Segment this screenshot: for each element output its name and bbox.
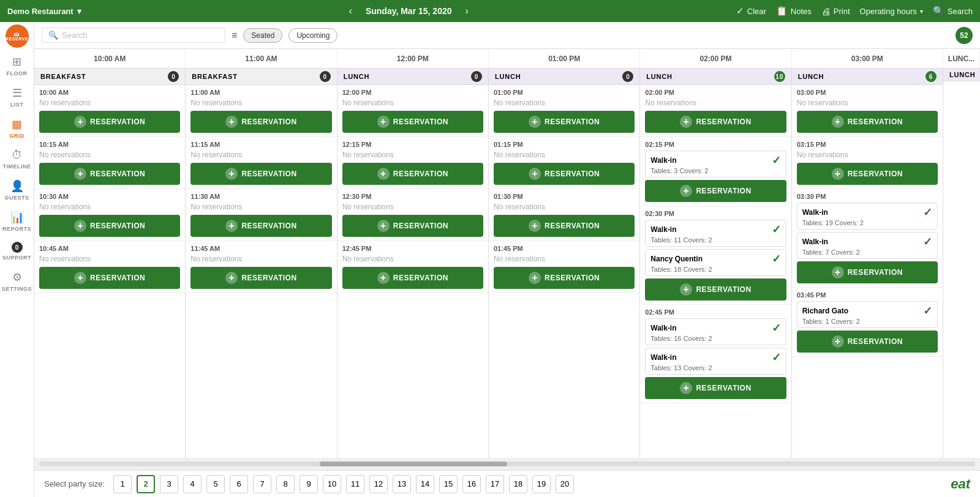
party-size-8-button[interactable]: 8 (276, 475, 295, 493)
add-reservation-button[interactable]: +RESERVATION (342, 267, 483, 289)
support-badge: 0 (12, 242, 23, 253)
time-slot-2-3: 12:45 PMNo reservations+RESERVATION (337, 241, 488, 293)
sidebar-item-reports[interactable]: 📊 REPORTS (0, 206, 34, 237)
party-size-10-button[interactable]: 10 (323, 475, 341, 493)
settings-icon: ⚙ (12, 271, 22, 284)
no-reservations-label: No reservations (39, 255, 180, 263)
add-reservation-button[interactable]: +RESERVATION (645, 377, 786, 399)
section-header-5: LUNCH6 (792, 69, 943, 85)
grid-column-5: LUNCH603:00 PMNo reservations+RESERVATIO… (792, 69, 943, 458)
party-size-6-button[interactable]: 6 (230, 475, 248, 493)
add-reservation-button[interactable]: +RESERVATION (797, 111, 938, 133)
sidebar-item-settings[interactable]: ⚙ SETTINGS (0, 266, 34, 297)
reservation-card[interactable]: Walk-in✓Tables: 16 Covers: 2 (645, 318, 786, 345)
add-reservation-button[interactable]: +RESERVATION (342, 163, 483, 185)
party-size-13-button[interactable]: 13 (393, 475, 411, 493)
party-size-16-button[interactable]: 16 (462, 475, 481, 493)
reservation-btn-label: RESERVATION (848, 170, 903, 178)
add-reservation-button[interactable]: +RESERVATION (797, 163, 938, 185)
add-reservation-button[interactable]: +RESERVATION (39, 215, 180, 237)
sidebar-item-support[interactable]: 0 SUPPORT (0, 237, 34, 266)
add-reservation-button[interactable]: +RESERVATION (190, 111, 331, 133)
time-slot-0-2: 10:30 AMNo reservations+RESERVATION (34, 189, 185, 241)
reservation-details: Tables: 1 Covers: 2 (802, 318, 932, 325)
time-label: 03:15 PM (797, 141, 938, 148)
party-size-20-button[interactable]: 20 (556, 475, 574, 493)
party-size-2-button[interactable]: 2 (137, 475, 155, 493)
print-button[interactable]: 🖨 Print (821, 6, 850, 17)
next-date-button[interactable]: › (462, 4, 472, 18)
sidebar-item-floor[interactable]: ⊞ FLOOR (0, 50, 34, 81)
grid-header-col-1: 11:00 AM (186, 49, 337, 68)
reservation-card[interactable]: Nancy Quentin✓Tables: 18 Covers: 2 (645, 249, 786, 276)
seated-filter-button[interactable]: Seated (243, 28, 282, 43)
add-reservation-button[interactable]: +RESERVATION (494, 163, 635, 185)
reservation-card[interactable]: Walk-in✓Tables: 3 Covers: 2 (645, 151, 786, 177)
add-reservation-button[interactable]: +RESERVATION (342, 111, 483, 133)
timeline-icon: ⏱ (12, 149, 23, 162)
scrollbar-thumb[interactable] (320, 461, 507, 466)
party-size-12-button[interactable]: 12 (369, 475, 388, 493)
reservation-card[interactable]: Walk-in✓Tables: 19 Covers: 2 (797, 203, 938, 230)
add-reservation-button[interactable]: +RESERVATION (190, 267, 331, 289)
add-reservation-button[interactable]: +RESERVATION (342, 215, 483, 237)
filter-icon[interactable]: ≡ (232, 30, 237, 41)
no-reservations-label: No reservations (494, 151, 635, 159)
operating-hours-button[interactable]: Operating hours ▾ (860, 7, 923, 16)
party-size-4-button[interactable]: 4 (183, 475, 202, 493)
time-slot-2-0: 12:00 PMNo reservations+RESERVATION (337, 85, 488, 137)
sidebar-item-list[interactable]: ☰ LIST (0, 81, 34, 113)
reports-icon: 📊 (10, 211, 24, 224)
party-size-11-button[interactable]: 11 (346, 475, 364, 493)
add-reservation-button[interactable]: +RESERVATION (494, 111, 635, 133)
party-size-15-button[interactable]: 15 (439, 475, 458, 493)
scrollbar-track[interactable] (39, 461, 975, 466)
reservation-card[interactable]: Walk-in✓Tables: 13 Covers: 2 (645, 348, 786, 375)
add-reservation-button[interactable]: +RESERVATION (645, 180, 786, 202)
party-size-9-button[interactable]: 9 (300, 475, 318, 493)
add-reservation-button[interactable]: +RESERVATION (190, 163, 331, 185)
restaurant-dropdown-icon: ▾ (77, 7, 81, 16)
add-reservation-button[interactable]: +RESERVATION (190, 215, 331, 237)
sidebar-item-timeline[interactable]: ⏱ TIMELINE (0, 144, 34, 174)
sidebar-item-grid[interactable]: ▦ GRID (0, 113, 34, 144)
party-size-17-button[interactable]: 17 (486, 475, 504, 493)
grid-label: GRID (9, 133, 24, 139)
party-size-3-button[interactable]: 3 (160, 475, 178, 493)
upcoming-filter-button[interactable]: Upcoming (288, 28, 337, 43)
party-size-14-button[interactable]: 14 (416, 475, 434, 493)
add-reservation-button[interactable]: +RESERVATION (797, 261, 938, 283)
add-reservation-button[interactable]: +RESERVATION (39, 163, 180, 185)
reservation-card[interactable]: Walk-in✓Tables: 7 Covers: 2 (797, 232, 938, 259)
add-reservation-button[interactable]: +RESERVATION (797, 331, 938, 353)
notes-button[interactable]: 📋 Notes (776, 6, 812, 17)
time-label: 10:15 AM (39, 141, 180, 148)
section-label: BREAKFAST (192, 73, 237, 80)
party-size-19-button[interactable]: 19 (532, 475, 551, 493)
sidebar-item-reserve[interactable]: 📅 RESERVE (6, 24, 29, 48)
add-reservation-button[interactable]: +RESERVATION (39, 111, 180, 133)
clear-button[interactable]: ✓ Clear (736, 6, 766, 17)
prev-date-button[interactable]: ‹ (345, 4, 356, 18)
no-reservations-label: No reservations (797, 151, 938, 159)
reservation-details: Tables: 11 Covers: 2 (650, 236, 780, 244)
search-button[interactable]: 🔍 Search (933, 6, 973, 17)
restaurant-selector[interactable]: Demo Restaurant ▾ (7, 7, 81, 16)
search-box[interactable]: 🔍 Search (42, 28, 225, 43)
sidebar-item-guests[interactable]: 👤 GUESTS (0, 174, 34, 206)
add-reservation-button[interactable]: +RESERVATION (494, 215, 635, 237)
add-reservation-button[interactable]: +RESERVATION (39, 267, 180, 289)
party-size-7-button[interactable]: 7 (253, 475, 271, 493)
seated-check-icon: ✓ (772, 154, 781, 167)
time-label: 03:30 PM (797, 193, 938, 200)
reservation-card[interactable]: Richard Gato✓Tables: 1 Covers: 2 (797, 301, 938, 328)
add-reservation-button[interactable]: +RESERVATION (645, 278, 786, 301)
add-reservation-button[interactable]: +RESERVATION (494, 267, 635, 289)
add-reservation-button[interactable]: +RESERVATION (645, 111, 786, 133)
reservation-btn-label: RESERVATION (241, 274, 296, 282)
party-size-5-button[interactable]: 5 (206, 475, 225, 493)
party-size-18-button[interactable]: 18 (509, 475, 527, 493)
reservation-card[interactable]: Walk-in✓Tables: 11 Covers: 2 (645, 220, 786, 247)
user-badge: 52 (956, 27, 973, 44)
party-size-1-button[interactable]: 1 (113, 475, 132, 493)
